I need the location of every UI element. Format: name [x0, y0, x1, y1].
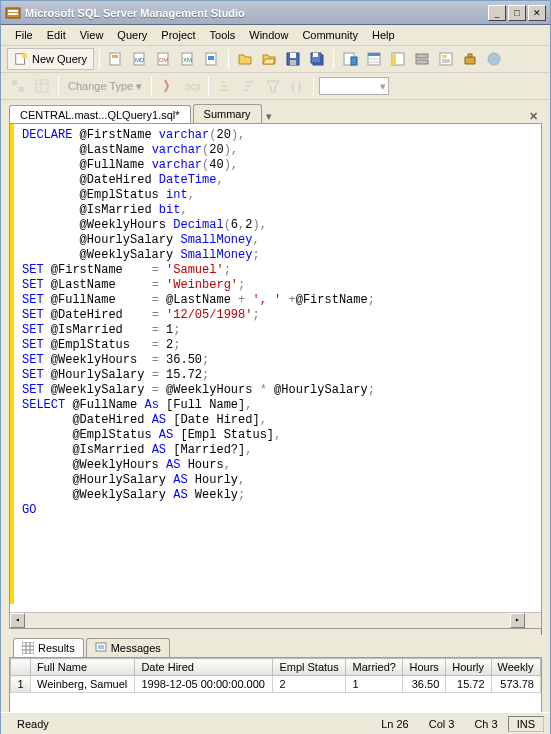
- svg-rect-14: [208, 56, 214, 60]
- code-editor[interactable]: DECLARE @FirstName varchar(20), @LastNam…: [9, 123, 542, 629]
- status-ready: Ready: [7, 718, 59, 730]
- menu-edit[interactable]: Edit: [41, 27, 72, 43]
- messages-icon: [95, 642, 107, 654]
- change-type-dropdown: Change Type ▾: [64, 80, 146, 93]
- svg-rect-5: [110, 53, 120, 65]
- save-icon[interactable]: [282, 48, 304, 70]
- maximize-button[interactable]: □: [508, 5, 526, 21]
- svg-rect-31: [440, 53, 452, 65]
- editor-horizontal-scrollbar[interactable]: ◂ ▸: [10, 612, 525, 628]
- dmx-query-icon[interactable]: DM: [153, 48, 175, 70]
- browser-icon[interactable]: [483, 48, 505, 70]
- col-fullname[interactable]: Full Name: [31, 659, 135, 676]
- tab-query[interactable]: CENTRAL.mast...QLQuery1.sql*: [9, 105, 191, 124]
- change-type-label: Change Type: [68, 80, 133, 92]
- sort-asc-icon: [214, 75, 236, 97]
- active-files-dropdown-icon[interactable]: ▾: [264, 110, 274, 123]
- svg-rect-29: [416, 54, 428, 58]
- svg-text:DM: DM: [159, 57, 168, 63]
- col-married[interactable]: Married?: [346, 659, 403, 676]
- svg-rect-48: [96, 643, 106, 651]
- menu-view[interactable]: View: [74, 27, 110, 43]
- registered-servers-icon[interactable]: [411, 48, 433, 70]
- col-datehired[interactable]: Date Hired: [135, 659, 273, 676]
- results-header-row: Full Name Date Hired Empl Status Married…: [11, 659, 541, 676]
- properties-window-icon[interactable]: [363, 48, 385, 70]
- remove-filter-icon: [262, 75, 284, 97]
- results-row[interactable]: 1 Weinberg, Samuel 1998-12-05 00:00:00.0…: [11, 676, 541, 693]
- sort-desc-icon: [238, 75, 260, 97]
- open-project-icon[interactable]: [258, 48, 280, 70]
- scroll-right-icon[interactable]: ▸: [510, 613, 525, 628]
- toolbox-icon[interactable]: [459, 48, 481, 70]
- show-diagram-icon: [7, 75, 29, 97]
- results-grid-icon: [22, 642, 34, 654]
- cell-empl: 2: [273, 676, 346, 693]
- menu-community[interactable]: Community: [296, 27, 364, 43]
- template-explorer-icon[interactable]: [339, 48, 361, 70]
- svg-point-35: [488, 53, 500, 65]
- close-button[interactable]: ✕: [528, 5, 546, 21]
- col-rownum[interactable]: [11, 659, 31, 676]
- database-combo: ▾: [319, 77, 389, 95]
- document-tabs: CENTRAL.mast...QLQuery1.sql* Summary ▾ ✕: [1, 100, 550, 123]
- cell-married: 1: [346, 676, 403, 693]
- group-by-icon: { }: [286, 75, 308, 97]
- col-weekly[interactable]: Weekly: [491, 659, 540, 676]
- cell-fullname: Weinberg, Samuel: [31, 676, 135, 693]
- results-grid[interactable]: Full Name Date Hired Empl Status Married…: [9, 657, 542, 713]
- svg-text:MD: MD: [135, 57, 145, 63]
- tab-summary[interactable]: Summary: [193, 104, 262, 123]
- status-bar: Ready Ln 26 Col 3 Ch 3 INS: [1, 712, 550, 734]
- dropdown-arrow-icon: ▾: [136, 80, 142, 93]
- svg-text:{ }: { }: [291, 80, 302, 92]
- status-col: Col 3: [419, 718, 465, 730]
- svg-rect-6: [112, 55, 118, 58]
- save-all-icon[interactable]: [306, 48, 328, 70]
- cell-hourly: 15.72: [446, 676, 491, 693]
- status-ins: INS: [508, 716, 544, 732]
- show-criteria-icon: [31, 75, 53, 97]
- window-title: Microsoft SQL Server Management Studio: [25, 7, 488, 19]
- tab-results[interactable]: Results: [13, 638, 84, 657]
- col-hours[interactable]: Hours: [403, 659, 446, 676]
- menu-bar: File Edit View Query Project Tools Windo…: [1, 25, 550, 46]
- svg-rect-37: [19, 87, 24, 92]
- menu-window[interactable]: Window: [243, 27, 294, 43]
- menu-help[interactable]: Help: [366, 27, 401, 43]
- svg-rect-22: [351, 57, 357, 65]
- execute-icon: [157, 75, 179, 97]
- sqlcmd-icon[interactable]: [201, 48, 223, 70]
- svg-rect-32: [442, 55, 447, 58]
- col-emplstatus[interactable]: Empl Status: [273, 659, 346, 676]
- mdx-query-icon[interactable]: MD: [129, 48, 151, 70]
- verify-sql-icon: SQL: [181, 75, 203, 97]
- toolbar-main: New Query MD DM XM: [1, 46, 550, 73]
- db-engine-query-icon[interactable]: [105, 48, 127, 70]
- summary-icon[interactable]: [435, 48, 457, 70]
- svg-rect-30: [416, 60, 428, 64]
- menu-tools[interactable]: Tools: [204, 27, 242, 43]
- svg-rect-16: [290, 53, 296, 58]
- svg-rect-36: [12, 80, 17, 85]
- menu-query[interactable]: Query: [111, 27, 153, 43]
- menu-project[interactable]: Project: [155, 27, 201, 43]
- new-query-button[interactable]: New Query: [7, 48, 94, 70]
- xmla-query-icon[interactable]: XM: [177, 48, 199, 70]
- minimize-button[interactable]: _: [488, 5, 506, 21]
- scroll-left-icon[interactable]: ◂: [10, 613, 25, 628]
- menu-file[interactable]: File: [9, 27, 39, 43]
- svg-point-4: [22, 53, 27, 58]
- object-explorer-icon[interactable]: [387, 48, 409, 70]
- svg-text:SQL: SQL: [185, 82, 200, 92]
- close-tab-icon[interactable]: ✕: [525, 110, 542, 123]
- svg-rect-28: [392, 53, 396, 65]
- status-char: Ch 3: [464, 718, 507, 730]
- title-bar: Microsoft SQL Server Management Studio _…: [1, 1, 550, 25]
- svg-rect-2: [8, 13, 18, 15]
- col-hourly[interactable]: Hourly: [446, 659, 491, 676]
- svg-rect-20: [313, 53, 318, 57]
- open-file-icon[interactable]: [234, 48, 256, 70]
- svg-rect-1: [8, 10, 18, 12]
- tab-messages[interactable]: Messages: [86, 638, 170, 657]
